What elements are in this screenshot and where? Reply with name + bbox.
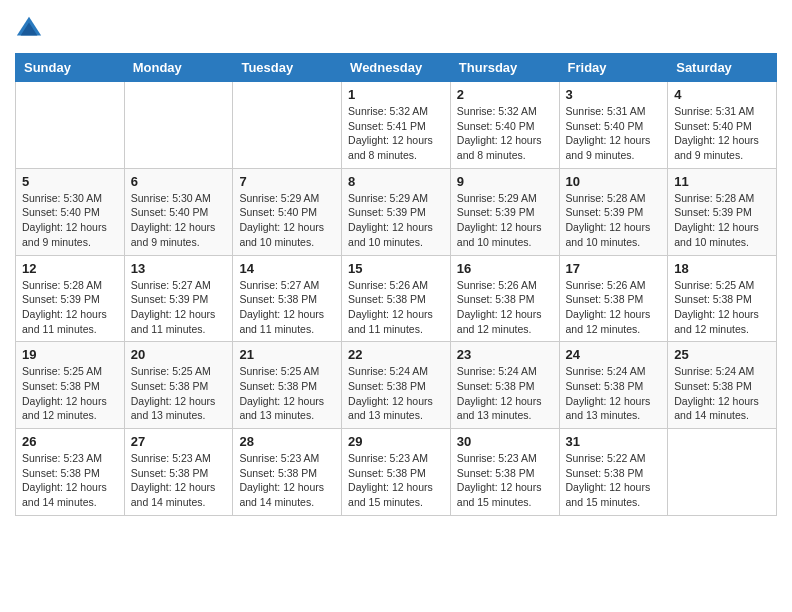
calendar-cell: 13Sunrise: 5:27 AM Sunset: 5:39 PM Dayli…: [124, 255, 233, 342]
calendar-cell: 9Sunrise: 5:29 AM Sunset: 5:39 PM Daylig…: [450, 168, 559, 255]
day-header-wednesday: Wednesday: [342, 54, 451, 82]
calendar-cell: [233, 82, 342, 169]
day-info: Sunrise: 5:23 AM Sunset: 5:38 PM Dayligh…: [457, 451, 553, 510]
day-info: Sunrise: 5:24 AM Sunset: 5:38 PM Dayligh…: [566, 364, 662, 423]
day-number: 24: [566, 347, 662, 362]
day-number: 21: [239, 347, 335, 362]
calendar-header-row: SundayMondayTuesdayWednesdayThursdayFrid…: [16, 54, 777, 82]
calendar-cell: 17Sunrise: 5:26 AM Sunset: 5:38 PM Dayli…: [559, 255, 668, 342]
day-header-monday: Monday: [124, 54, 233, 82]
day-info: Sunrise: 5:25 AM Sunset: 5:38 PM Dayligh…: [674, 278, 770, 337]
day-number: 27: [131, 434, 227, 449]
day-number: 23: [457, 347, 553, 362]
day-number: 7: [239, 174, 335, 189]
day-info: Sunrise: 5:26 AM Sunset: 5:38 PM Dayligh…: [348, 278, 444, 337]
calendar-cell: 28Sunrise: 5:23 AM Sunset: 5:38 PM Dayli…: [233, 429, 342, 516]
day-header-saturday: Saturday: [668, 54, 777, 82]
day-number: 6: [131, 174, 227, 189]
calendar-week-row: 5Sunrise: 5:30 AM Sunset: 5:40 PM Daylig…: [16, 168, 777, 255]
calendar-cell: 2Sunrise: 5:32 AM Sunset: 5:40 PM Daylig…: [450, 82, 559, 169]
calendar-cell: 26Sunrise: 5:23 AM Sunset: 5:38 PM Dayli…: [16, 429, 125, 516]
day-number: 17: [566, 261, 662, 276]
day-number: 11: [674, 174, 770, 189]
day-number: 20: [131, 347, 227, 362]
day-header-sunday: Sunday: [16, 54, 125, 82]
calendar-cell: 7Sunrise: 5:29 AM Sunset: 5:40 PM Daylig…: [233, 168, 342, 255]
day-number: 31: [566, 434, 662, 449]
calendar-cell: 31Sunrise: 5:22 AM Sunset: 5:38 PM Dayli…: [559, 429, 668, 516]
calendar-cell: 27Sunrise: 5:23 AM Sunset: 5:38 PM Dayli…: [124, 429, 233, 516]
calendar-cell: 12Sunrise: 5:28 AM Sunset: 5:39 PM Dayli…: [16, 255, 125, 342]
day-number: 15: [348, 261, 444, 276]
calendar-cell: 19Sunrise: 5:25 AM Sunset: 5:38 PM Dayli…: [16, 342, 125, 429]
day-info: Sunrise: 5:23 AM Sunset: 5:38 PM Dayligh…: [348, 451, 444, 510]
calendar-cell: 20Sunrise: 5:25 AM Sunset: 5:38 PM Dayli…: [124, 342, 233, 429]
day-number: 13: [131, 261, 227, 276]
day-number: 18: [674, 261, 770, 276]
day-info: Sunrise: 5:30 AM Sunset: 5:40 PM Dayligh…: [22, 191, 118, 250]
day-number: 29: [348, 434, 444, 449]
day-number: 12: [22, 261, 118, 276]
calendar-cell: 29Sunrise: 5:23 AM Sunset: 5:38 PM Dayli…: [342, 429, 451, 516]
calendar-cell: 14Sunrise: 5:27 AM Sunset: 5:38 PM Dayli…: [233, 255, 342, 342]
day-number: 14: [239, 261, 335, 276]
day-info: Sunrise: 5:31 AM Sunset: 5:40 PM Dayligh…: [566, 104, 662, 163]
logo: [15, 15, 49, 43]
day-info: Sunrise: 5:29 AM Sunset: 5:39 PM Dayligh…: [457, 191, 553, 250]
day-header-tuesday: Tuesday: [233, 54, 342, 82]
day-info: Sunrise: 5:30 AM Sunset: 5:40 PM Dayligh…: [131, 191, 227, 250]
day-number: 5: [22, 174, 118, 189]
calendar-week-row: 1Sunrise: 5:32 AM Sunset: 5:41 PM Daylig…: [16, 82, 777, 169]
calendar-cell: 18Sunrise: 5:25 AM Sunset: 5:38 PM Dayli…: [668, 255, 777, 342]
calendar-cell: 5Sunrise: 5:30 AM Sunset: 5:40 PM Daylig…: [16, 168, 125, 255]
day-info: Sunrise: 5:23 AM Sunset: 5:38 PM Dayligh…: [131, 451, 227, 510]
calendar-week-row: 19Sunrise: 5:25 AM Sunset: 5:38 PM Dayli…: [16, 342, 777, 429]
calendar-cell: 15Sunrise: 5:26 AM Sunset: 5:38 PM Dayli…: [342, 255, 451, 342]
day-info: Sunrise: 5:32 AM Sunset: 5:40 PM Dayligh…: [457, 104, 553, 163]
day-info: Sunrise: 5:28 AM Sunset: 5:39 PM Dayligh…: [566, 191, 662, 250]
day-header-thursday: Thursday: [450, 54, 559, 82]
day-info: Sunrise: 5:25 AM Sunset: 5:38 PM Dayligh…: [131, 364, 227, 423]
day-number: 16: [457, 261, 553, 276]
calendar-week-row: 12Sunrise: 5:28 AM Sunset: 5:39 PM Dayli…: [16, 255, 777, 342]
day-info: Sunrise: 5:29 AM Sunset: 5:40 PM Dayligh…: [239, 191, 335, 250]
day-number: 4: [674, 87, 770, 102]
calendar-cell: 22Sunrise: 5:24 AM Sunset: 5:38 PM Dayli…: [342, 342, 451, 429]
day-header-friday: Friday: [559, 54, 668, 82]
calendar-cell: 11Sunrise: 5:28 AM Sunset: 5:39 PM Dayli…: [668, 168, 777, 255]
calendar-cell: 25Sunrise: 5:24 AM Sunset: 5:38 PM Dayli…: [668, 342, 777, 429]
day-info: Sunrise: 5:28 AM Sunset: 5:39 PM Dayligh…: [22, 278, 118, 337]
day-number: 8: [348, 174, 444, 189]
logo-icon: [15, 15, 43, 43]
day-info: Sunrise: 5:25 AM Sunset: 5:38 PM Dayligh…: [239, 364, 335, 423]
calendar-cell: 6Sunrise: 5:30 AM Sunset: 5:40 PM Daylig…: [124, 168, 233, 255]
page-header: [15, 15, 777, 43]
day-info: Sunrise: 5:24 AM Sunset: 5:38 PM Dayligh…: [348, 364, 444, 423]
calendar-cell: 23Sunrise: 5:24 AM Sunset: 5:38 PM Dayli…: [450, 342, 559, 429]
calendar-cell: 21Sunrise: 5:25 AM Sunset: 5:38 PM Dayli…: [233, 342, 342, 429]
day-number: 1: [348, 87, 444, 102]
day-info: Sunrise: 5:25 AM Sunset: 5:38 PM Dayligh…: [22, 364, 118, 423]
calendar-cell: 16Sunrise: 5:26 AM Sunset: 5:38 PM Dayli…: [450, 255, 559, 342]
calendar-cell: 3Sunrise: 5:31 AM Sunset: 5:40 PM Daylig…: [559, 82, 668, 169]
day-info: Sunrise: 5:23 AM Sunset: 5:38 PM Dayligh…: [22, 451, 118, 510]
day-number: 19: [22, 347, 118, 362]
day-number: 26: [22, 434, 118, 449]
day-info: Sunrise: 5:31 AM Sunset: 5:40 PM Dayligh…: [674, 104, 770, 163]
calendar-cell: [668, 429, 777, 516]
day-info: Sunrise: 5:29 AM Sunset: 5:39 PM Dayligh…: [348, 191, 444, 250]
day-number: 2: [457, 87, 553, 102]
day-number: 9: [457, 174, 553, 189]
day-number: 3: [566, 87, 662, 102]
day-number: 28: [239, 434, 335, 449]
day-info: Sunrise: 5:24 AM Sunset: 5:38 PM Dayligh…: [674, 364, 770, 423]
day-number: 30: [457, 434, 553, 449]
calendar-cell: [124, 82, 233, 169]
day-number: 10: [566, 174, 662, 189]
calendar-cell: 1Sunrise: 5:32 AM Sunset: 5:41 PM Daylig…: [342, 82, 451, 169]
calendar-cell: 30Sunrise: 5:23 AM Sunset: 5:38 PM Dayli…: [450, 429, 559, 516]
day-info: Sunrise: 5:23 AM Sunset: 5:38 PM Dayligh…: [239, 451, 335, 510]
calendar-table: SundayMondayTuesdayWednesdayThursdayFrid…: [15, 53, 777, 516]
page-container: SundayMondayTuesdayWednesdayThursdayFrid…: [0, 0, 792, 526]
day-info: Sunrise: 5:26 AM Sunset: 5:38 PM Dayligh…: [566, 278, 662, 337]
